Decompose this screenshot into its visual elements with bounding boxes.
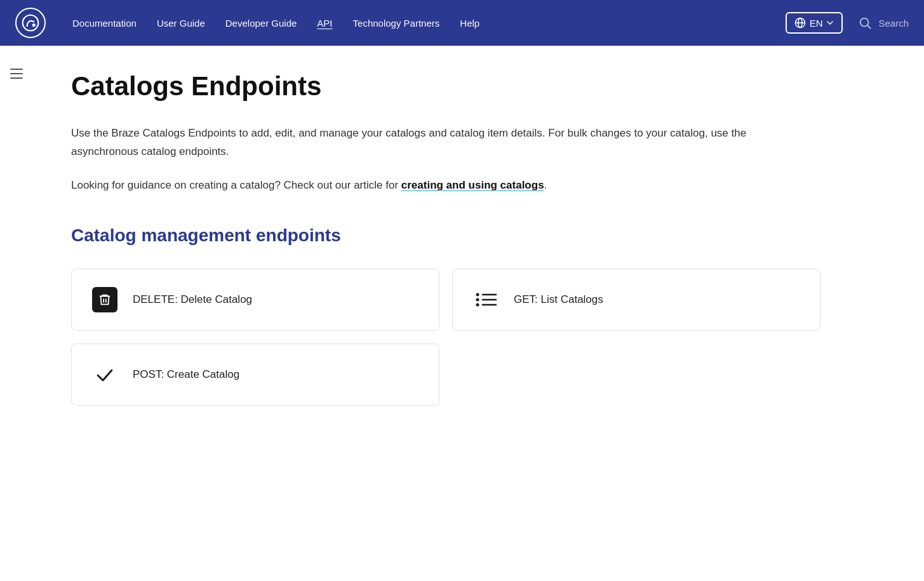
search-bar[interactable]: Search — [858, 16, 909, 30]
nav-link-documentation[interactable]: Documentation — [64, 13, 145, 34]
nav-link-technology-partners[interactable]: Technology Partners — [344, 13, 449, 34]
nav-link-help[interactable]: Help — [451, 13, 488, 34]
section-heading: Catalog management endpoints — [71, 225, 820, 246]
card-get-list-catalogs[interactable]: GET: List Catalogs — [452, 269, 820, 331]
svg-point-0 — [23, 15, 39, 31]
svg-point-11 — [476, 298, 479, 301]
card-post-create-catalog[interactable]: POST: Create Catalog — [71, 344, 439, 406]
card-post-label: POST: Create Catalog — [133, 368, 239, 381]
card-delete-label: DELETE: Delete Catalog — [133, 293, 252, 306]
guide-suffix: . — [544, 179, 547, 191]
main-content: Catalogs Endpoints Use the Braze Catalog… — [33, 46, 859, 444]
list-icon — [473, 287, 499, 312]
nav-link-api[interactable]: API — [308, 13, 341, 34]
chevron-down-icon — [826, 19, 834, 27]
logo-icon — [22, 14, 39, 32]
svg-point-5 — [860, 18, 869, 27]
navbar: Documentation User Guide Developer Guide… — [0, 0, 924, 46]
nav-link-developer-guide[interactable]: Developer Guide — [217, 13, 306, 34]
intro-paragraph: Use the Braze Catalogs Endpoints to add,… — [71, 124, 801, 161]
page-wrapper: Catalogs Endpoints Use the Braze Catalog… — [0, 46, 924, 444]
svg-point-1 — [32, 23, 36, 27]
svg-point-12 — [476, 303, 479, 306]
guide-link[interactable]: creating and using catalogs — [401, 179, 544, 191]
svg-point-10 — [476, 293, 479, 296]
search-label: Search — [878, 18, 909, 29]
nav-links: Documentation User Guide Developer Guide… — [64, 13, 786, 34]
svg-line-6 — [868, 25, 871, 29]
logo[interactable] — [15, 8, 46, 38]
cards-grid: DELETE: Delete Catalog GET: List Catalog… — [71, 269, 820, 406]
guide-paragraph: Looking for guidance on creating a catal… — [71, 177, 801, 195]
check-icon — [92, 362, 117, 387]
card-get-label: GET: List Catalogs — [514, 293, 603, 306]
page-title: Catalogs Endpoints — [71, 71, 820, 102]
hamburger-line-2 — [10, 73, 23, 74]
delete-icon — [92, 287, 117, 312]
nav-link-user-guide[interactable]: User Guide — [148, 13, 214, 34]
hamburger-line-3 — [10, 77, 23, 79]
sidebar-toggle[interactable] — [8, 66, 25, 81]
language-label: EN — [810, 18, 823, 29]
language-selector[interactable]: EN — [786, 12, 843, 34]
guide-prefix: Looking for guidance on creating a catal… — [71, 179, 401, 191]
hamburger-line-1 — [10, 69, 23, 70]
search-icon — [858, 16, 872, 30]
globe-icon — [794, 17, 806, 29]
card-delete-catalog[interactable]: DELETE: Delete Catalog — [71, 269, 439, 331]
